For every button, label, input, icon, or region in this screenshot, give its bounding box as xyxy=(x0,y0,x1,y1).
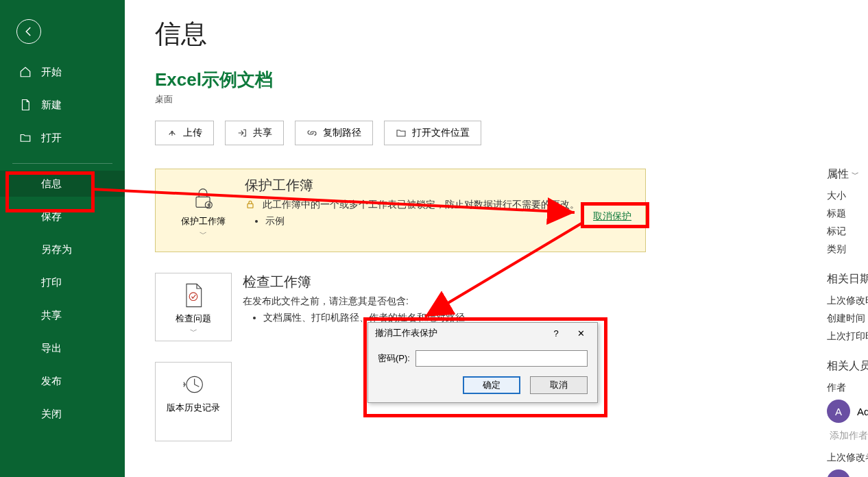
btn-label: 复制路径 xyxy=(323,127,361,139)
check-issues-tile[interactable]: 检查问题 ﹀ xyxy=(155,273,232,341)
unprotect-sheet-dialog: 撤消工作表保护 ? ✕ 密码(P): 确定 取消 xyxy=(367,322,598,403)
properties-heading[interactable]: 属性﹀ xyxy=(827,167,868,182)
page-title: 信息 xyxy=(155,16,868,51)
nav-close[interactable]: 关闭 xyxy=(0,401,125,427)
nav-new[interactable]: 新建 xyxy=(0,92,125,118)
nav-label: 开始 xyxy=(41,66,62,79)
nav-label: 保存 xyxy=(41,210,62,223)
password-input[interactable] xyxy=(415,350,588,367)
nav-label: 另存为 xyxy=(41,243,72,256)
nav-save-as[interactable]: 另存为 xyxy=(0,236,125,262)
nav-info[interactable]: 信息 xyxy=(0,171,125,197)
dialog-ok-button[interactable]: 确定 xyxy=(463,376,520,394)
prop-size-key: 大小 xyxy=(827,190,868,202)
dialog-help-button[interactable]: ? xyxy=(544,328,568,339)
svg-rect-0 xyxy=(196,197,210,207)
protect-heading: 保护工作簿 xyxy=(245,176,636,195)
dates-heading: 相关日期 xyxy=(827,272,868,286)
author-key: 作者 xyxy=(827,382,868,394)
dialog-close-button[interactable]: ✕ xyxy=(568,328,593,339)
open-location-button[interactable]: 打开文件位置 xyxy=(384,121,481,145)
main-area: 信息 Excel示例文档 桌面 上传 共享 复制路径 打开文件位置 保护工作簿 … xyxy=(125,0,868,477)
prop-tag-key: 标记 xyxy=(827,225,868,238)
prop-category-key: 类别 xyxy=(827,243,868,256)
btn-label: 上传 xyxy=(183,127,202,139)
chevron-down-icon: ﹀ xyxy=(156,326,231,337)
nav-label: 关闭 xyxy=(41,408,62,421)
nav-share[interactable]: 共享 xyxy=(0,302,125,328)
nav-label: 打开 xyxy=(41,132,62,145)
people-heading: 相关人员 xyxy=(827,359,868,374)
svg-rect-2 xyxy=(248,204,253,208)
nav-label: 发布 xyxy=(41,375,62,388)
nav-home[interactable]: 开始 xyxy=(0,59,125,85)
copy-path-button[interactable]: 复制路径 xyxy=(295,121,373,145)
date-printed-key: 上次打印时间 xyxy=(827,330,868,343)
nav-export[interactable]: 导出 xyxy=(0,335,125,361)
inspect-heading: 检查工作簿 xyxy=(243,273,868,291)
password-label: 密码(P): xyxy=(378,352,410,365)
nav-label: 共享 xyxy=(41,309,62,322)
nav-open[interactable]: 打开 xyxy=(0,125,125,151)
avatar: A xyxy=(827,400,850,423)
dialog-title: 撤消工作表保护 xyxy=(375,327,544,339)
lock-icon xyxy=(245,199,260,210)
nav-print[interactable]: 打印 xyxy=(0,269,125,295)
properties-pane: 属性﹀ 大小9.89KB 标题添加标题 标记添加标记 类别添加类别 相关日期 上… xyxy=(827,167,868,477)
author-row[interactable]: A Administrator xyxy=(827,400,868,423)
svg-point-3 xyxy=(189,293,197,301)
author-name: Administrator xyxy=(857,406,868,417)
upload-button[interactable]: 上传 xyxy=(155,121,214,145)
unprotect-link[interactable]: 取消保护 xyxy=(593,210,631,223)
protect-description: 此工作簿中的一个或多个工作表已被锁定，防止对数据进行不需要的更改。 xyxy=(263,199,579,210)
date-created-key: 创建时间 xyxy=(827,313,868,325)
btn-label: 打开文件位置 xyxy=(412,127,470,139)
prop-title-key: 标题 xyxy=(827,208,868,220)
add-author[interactable]: 添加作者 xyxy=(830,430,868,442)
btn-label: 共享 xyxy=(253,127,272,139)
tile-label: 版本历史记录 xyxy=(156,402,231,414)
nav-save[interactable]: 保存 xyxy=(0,204,125,230)
inspect-description: 在发布此文件之前，请注意其是否包含: xyxy=(243,295,868,308)
chevron-down-icon: ﹀ xyxy=(165,229,241,239)
share-button[interactable]: 共享 xyxy=(225,121,284,145)
protect-workbook-panel: 保护工作簿 ﹀ 保护工作簿 此工作簿中的一个或多个工作表已被锁定，防止对数据进行… xyxy=(155,169,646,252)
dialog-cancel-button[interactable]: 取消 xyxy=(530,376,588,394)
document-location: 桌面 xyxy=(155,93,868,106)
last-modifier-key: 上次修改者 xyxy=(827,452,868,464)
document-title: Excel示例文档 xyxy=(155,68,868,92)
avatar: A xyxy=(827,469,850,477)
chevron-down-icon: ﹀ xyxy=(852,169,859,180)
version-history-tile[interactable]: 版本历史记录 xyxy=(155,362,232,441)
backstage-sidebar: 开始 新建 打开 信息 保存 另存为 打印 共享 xyxy=(0,0,125,477)
nav-publish[interactable]: 发布 xyxy=(0,368,125,394)
locked-sheet-name: 示例 xyxy=(265,215,636,228)
back-button[interactable] xyxy=(16,19,41,44)
nav-label: 信息 xyxy=(41,178,62,191)
protect-workbook-tile[interactable]: 保护工作簿 ﹀ xyxy=(165,176,241,243)
nav-label: 导出 xyxy=(41,342,62,355)
nav-label: 新建 xyxy=(41,99,62,112)
tile-label: 检查问题 xyxy=(156,313,231,325)
nav-label: 打印 xyxy=(41,276,62,289)
date-modified-key: 上次修改时间 xyxy=(827,295,868,307)
last-modifier-row[interactable]: A Administrator xyxy=(827,469,868,477)
tile-label: 保护工作簿 xyxy=(165,215,241,228)
